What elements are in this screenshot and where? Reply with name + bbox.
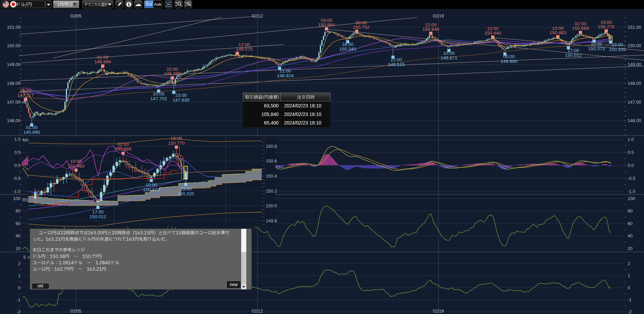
svg-text:150.8: 150.8 [266,144,277,149]
svg-text:0: 0 [628,285,630,290]
svg-text:−: − [178,2,180,6]
svg-text:40: 40 [628,233,632,238]
svg-text:151.00: 151.00 [7,25,20,30]
svg-text:23:00: 23:00 [180,186,192,192]
svg-text:150.00: 150.00 [7,43,20,48]
svg-text:16:00: 16:00 [342,42,354,47]
svg-text:60: 60 [16,221,20,226]
svg-text:22:00: 22:00 [390,57,402,62]
svg-text:149.515: 149.515 [388,62,405,67]
svg-text:10:00: 10:00 [70,159,82,164]
svg-text:147.630: 147.630 [173,97,190,103]
svg-text:17:00: 17:00 [567,48,579,53]
svg-text:150.320: 150.320 [609,47,626,52]
svg-text:02/19: 02/19 [433,13,444,18]
svg-text:149.8: 149.8 [266,218,277,223]
svg-text:-2: -2 [628,309,632,314]
svg-text:-1: -1 [628,297,632,302]
svg-text:20: 20 [628,246,632,251]
svg-text:0.5: 0.5 [628,150,634,155]
svg-text:150.463: 150.463 [549,30,566,35]
svg-text:150.373: 150.373 [143,187,160,192]
svg-text:-1.0: -1.0 [628,189,635,194]
svg-text:150.320: 150.320 [177,191,194,196]
svg-text:149.680: 149.680 [501,59,518,64]
svg-text:01:00: 01:00 [26,125,38,130]
svg-text:150.00: 150.00 [628,43,641,48]
svg-text:149.575: 149.575 [236,47,253,52]
svg-text:02:00: 02:00 [117,142,129,147]
svg-text:149.871: 149.871 [441,55,457,61]
svg-text:-0.5: -0.5 [13,176,20,181]
svg-text:150.752: 150.752 [353,25,370,30]
svg-text:80: 80 [16,208,20,213]
svg-text:150.884: 150.884 [318,22,335,27]
svg-text:2: 2 [18,261,20,266]
svg-text:02/19: 02/19 [433,309,444,314]
svg-text:1: 1 [18,273,20,278]
svg-text:148.894: 148.894 [94,59,111,64]
svg-text:-2: -2 [16,309,20,314]
svg-text:02/05: 02/05 [70,309,82,314]
svg-text:150.0: 150.0 [266,203,277,208]
svg-text:100: 100 [628,196,635,201]
svg-text:147.00: 147.00 [7,100,20,105]
svg-text:151.00: 151.00 [628,25,641,30]
svg-text:new: new [230,282,238,287]
svg-text:old: old [38,284,43,288]
svg-text:148.924: 148.924 [277,73,294,78]
svg-text:150.770: 150.770 [168,141,185,146]
svg-text:1.0: 1.0 [628,137,634,142]
svg-text:150.340: 150.340 [339,47,356,52]
svg-text:145.895: 145.895 [23,130,40,135]
svg-text:60: 60 [628,221,632,226]
svg-text:40: 40 [16,233,20,238]
svg-text:02/12: 02/12 [252,309,263,314]
svg-text:2: 2 [628,261,630,266]
svg-text:150.463: 150.463 [68,163,84,169]
svg-text:147.117: 147.117 [17,93,34,98]
svg-text:150.012: 150.012 [90,214,106,219]
svg-text:20: 20 [16,246,20,251]
svg-text:-1: -1 [16,297,20,302]
svg-text:1.0: 1.0 [14,137,20,142]
svg-text:0.0: 0.0 [14,163,20,168]
svg-text:148.259: 148.259 [164,71,181,76]
svg-text:19:00: 19:00 [170,136,182,141]
svg-text:23:00: 23:00 [175,93,187,98]
svg-text:1: 1 [628,273,630,278]
svg-text:02/12: 02/12 [252,13,263,18]
svg-text:10:00: 10:00 [443,51,455,56]
svg-text:150.646: 150.646 [423,27,439,32]
svg-text:-0.5: -0.5 [628,176,635,181]
svg-text:148.00: 148.00 [628,81,641,86]
svg-text:80: 80 [628,208,632,213]
svg-text:150.2: 150.2 [266,188,277,194]
svg-text:100: 100 [13,196,20,201]
svg-text:149.00: 149.00 [7,62,20,67]
svg-text:10:00: 10:00 [153,91,165,96]
svg-text:0.0: 0.0 [628,163,634,168]
svg-text:10:00: 10:00 [591,41,602,47]
svg-text:150.689: 150.689 [115,146,132,152]
svg-text:10:00: 10:00 [146,182,157,187]
svg-text:150.689: 150.689 [572,26,589,31]
svg-text:17:00: 17:00 [92,209,104,214]
svg-text:21:00: 21:00 [279,68,291,74]
svg-text:-1.0: -1.0 [13,189,20,194]
svg-text:146.00: 146.00 [7,118,20,123]
svg-text:150.373: 150.373 [588,46,605,51]
svg-text:147.00: 147.00 [628,100,641,105]
svg-text:150.440: 150.440 [484,30,501,36]
svg-text:23:00: 23:00 [612,42,623,47]
svg-text:150.6: 150.6 [266,158,277,163]
svg-text:150.770: 150.770 [598,24,615,29]
svg-text:00:00: 00:00 [503,54,515,59]
svg-text:02/05: 02/05 [70,13,82,18]
svg-text:0: 0 [18,285,20,290]
svg-text:150.4: 150.4 [266,173,277,179]
svg-text:0.5: 0.5 [14,150,20,155]
svg-text:150.012: 150.012 [565,53,582,58]
svg-text:148.00: 148.00 [7,81,20,86]
svg-text:147.702: 147.702 [150,96,167,101]
